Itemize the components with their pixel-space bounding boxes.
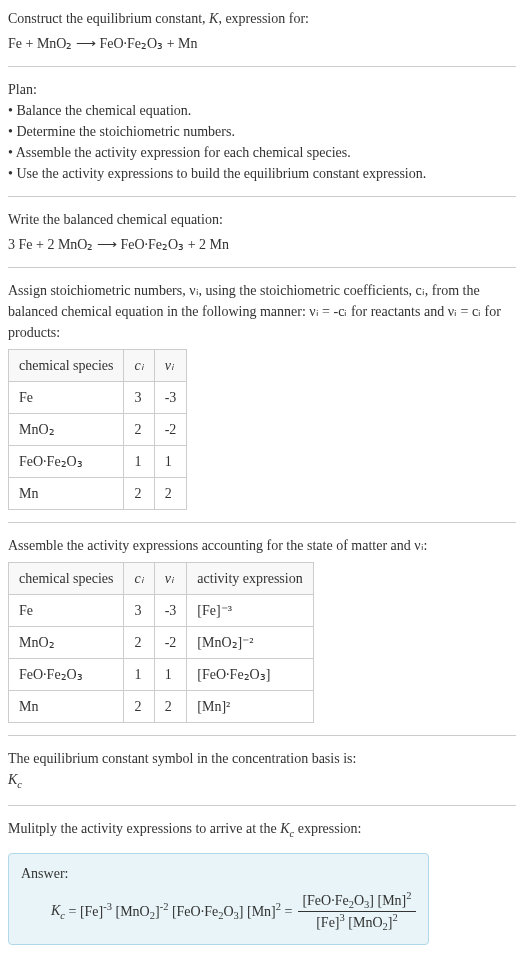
answer-label: Answer:	[21, 866, 416, 882]
divider	[8, 805, 516, 806]
assign-table: chemical species cᵢ νᵢ Fe 3 -3 MnO₂ 2 -2…	[8, 349, 187, 510]
table-cell: 1	[154, 659, 187, 691]
balanced-title: Write the balanced chemical equation:	[8, 209, 516, 230]
plan-item: • Determine the stoichiometric numbers.	[8, 121, 516, 142]
intro-suffix: , expression for:	[218, 11, 309, 26]
table-cell: [Fe]⁻³	[187, 595, 313, 627]
table-header: cᵢ	[124, 563, 154, 595]
table-cell: [Mn]²	[187, 691, 313, 723]
table-row: MnO₂ 2 -2	[9, 414, 187, 446]
table-header-row: chemical species cᵢ νᵢ activity expressi…	[9, 563, 314, 595]
multiply-text: Mulitply the activity expressions to arr…	[8, 821, 361, 836]
table-header: chemical species	[9, 563, 124, 595]
balanced-equation: 3 Fe + 2 MnO₂ ⟶ FeO·Fe₂O₃ + 2 Mn	[8, 234, 516, 255]
table-header-row: chemical species cᵢ νᵢ	[9, 350, 187, 382]
table-row: Mn 2 2 [Mn]²	[9, 691, 314, 723]
table-row: Fe 3 -3 [Fe]⁻³	[9, 595, 314, 627]
answer-lhs: Kc = [Fe]-3 [MnO2]-2 [FeO·Fe2O3] [Mn]2 =	[51, 901, 292, 921]
plan-item: • Use the activity expressions to build …	[8, 163, 516, 184]
table-cell: 2	[154, 691, 187, 723]
table-row: MnO₂ 2 -2 [MnO₂]⁻²	[9, 627, 314, 659]
table-cell: [FeO·Fe₂O₃]	[187, 659, 313, 691]
intro-prefix: Construct the equilibrium constant,	[8, 11, 209, 26]
plan-item: • Balance the chemical equation.	[8, 100, 516, 121]
answer-formula: Kc = [Fe]-3 [MnO2]-2 [FeO·Fe2O3] [Mn]2 =…	[21, 890, 416, 932]
table-cell: 2	[124, 691, 154, 723]
table-header: νᵢ	[154, 350, 187, 382]
divider	[8, 522, 516, 523]
table-cell: [MnO₂]⁻²	[187, 627, 313, 659]
fraction-numerator: [FeO·Fe2O3] [Mn]2	[298, 890, 415, 910]
table-cell: MnO₂	[9, 627, 124, 659]
answer-box: Answer: Kc = [Fe]-3 [MnO2]-2 [FeO·Fe2O3]…	[8, 853, 429, 945]
table-cell: MnO₂	[9, 414, 124, 446]
assign-text: Assign stoichiometric numbers, νᵢ, using…	[8, 280, 516, 343]
table-cell: Mn	[9, 478, 124, 510]
answer-fraction: [FeO·Fe2O3] [Mn]2 [Fe]3 [MnO2]2	[298, 890, 415, 932]
divider	[8, 196, 516, 197]
intro-k: K	[209, 11, 218, 26]
table-row: Mn 2 2	[9, 478, 187, 510]
divider	[8, 267, 516, 268]
table-cell: 1	[124, 659, 154, 691]
table-row: FeO·Fe₂O₃ 1 1	[9, 446, 187, 478]
symbol-value: Kc	[8, 769, 516, 793]
table-cell: -2	[154, 414, 187, 446]
table-cell: 2	[124, 627, 154, 659]
table-cell: -3	[154, 595, 187, 627]
table-cell: Mn	[9, 691, 124, 723]
table-header: νᵢ	[154, 563, 187, 595]
table-cell: 1	[124, 446, 154, 478]
table-header: activity expression	[187, 563, 313, 595]
table-cell: 2	[124, 414, 154, 446]
table-cell: -2	[154, 627, 187, 659]
fraction-denominator: [Fe]3 [MnO2]2	[312, 912, 401, 932]
table-cell: 1	[154, 446, 187, 478]
table-cell: 3	[124, 382, 154, 414]
table-header: chemical species	[9, 350, 124, 382]
table-cell: FeO·Fe₂O₃	[9, 659, 124, 691]
table-header: cᵢ	[124, 350, 154, 382]
plan-item: • Assemble the activity expression for e…	[8, 142, 516, 163]
table-cell: Fe	[9, 595, 124, 627]
table-cell: Fe	[9, 382, 124, 414]
table-row: Fe 3 -3	[9, 382, 187, 414]
plan-title: Plan:	[8, 79, 516, 100]
symbol-text: The equilibrium constant symbol in the c…	[8, 748, 516, 769]
table-cell: FeO·Fe₂O₃	[9, 446, 124, 478]
table-cell: 2	[124, 478, 154, 510]
intro-equation: Fe + MnO₂ ⟶ FeO·Fe₂O₃ + Mn	[8, 33, 516, 54]
assemble-table: chemical species cᵢ νᵢ activity expressi…	[8, 562, 314, 723]
table-cell: 3	[124, 595, 154, 627]
assemble-text: Assemble the activity expressions accoun…	[8, 535, 516, 556]
table-row: FeO·Fe₂O₃ 1 1 [FeO·Fe₂O₃]	[9, 659, 314, 691]
table-cell: 2	[154, 478, 187, 510]
divider	[8, 66, 516, 67]
divider	[8, 735, 516, 736]
table-cell: -3	[154, 382, 187, 414]
